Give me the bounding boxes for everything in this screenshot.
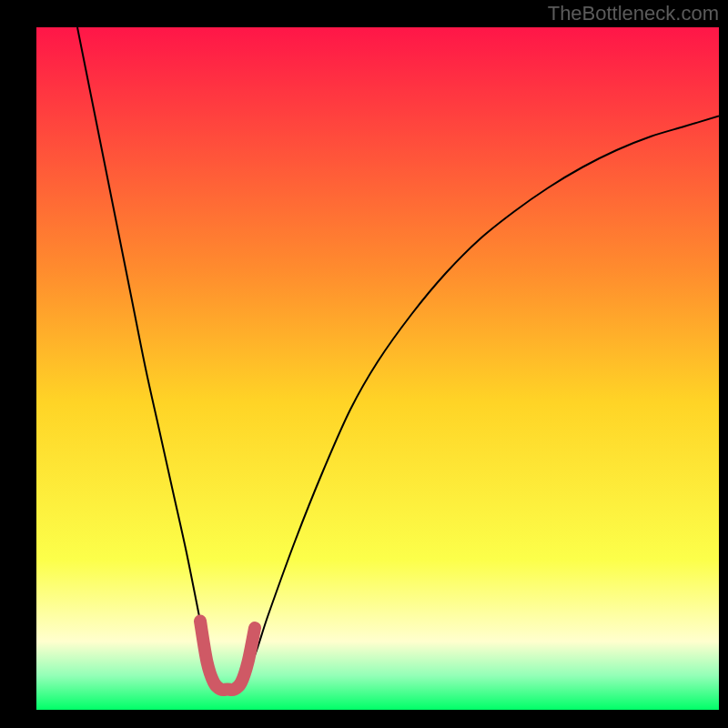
plot-area (36, 27, 719, 710)
watermark-text: TheBottleneck.com (548, 2, 719, 25)
chart-container: TheBottleneck.com (0, 0, 728, 728)
gradient-background (36, 27, 719, 710)
chart-svg (36, 27, 719, 710)
